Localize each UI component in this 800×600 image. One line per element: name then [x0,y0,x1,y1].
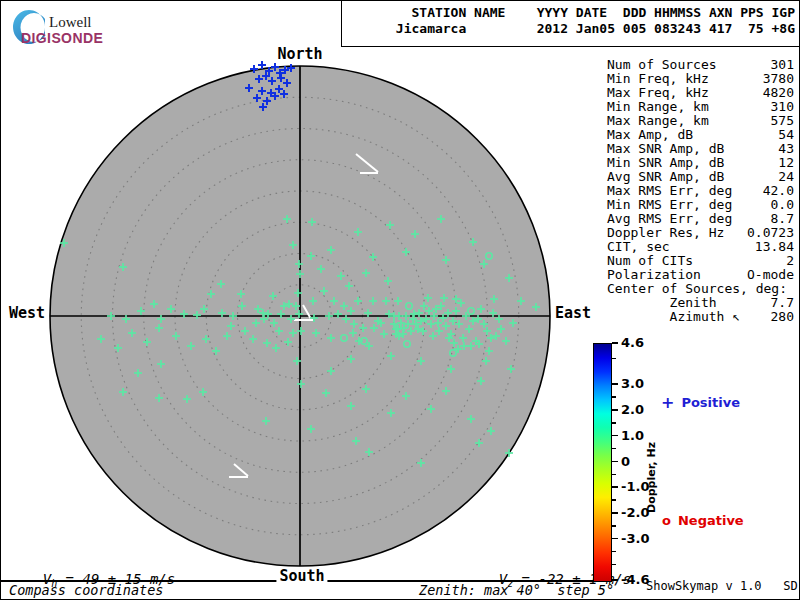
legend-negative-label: Negative [678,513,744,528]
south-label: South [276,567,327,585]
west-label: West [9,304,45,322]
east-label: East [555,304,591,322]
skymap-page: Lowell DIGISONDE STATION NAME YYYY DATE … [0,0,800,600]
north-label: North [277,45,322,63]
legend-negative: o Negative [662,513,744,528]
skymap-svg [1,1,800,600]
legend-positive: + Positive [661,395,740,410]
legend-positive-label: Positive [681,395,740,410]
positive-plus-icon: + [661,396,674,409]
negative-circle-icon: o [662,514,671,527]
